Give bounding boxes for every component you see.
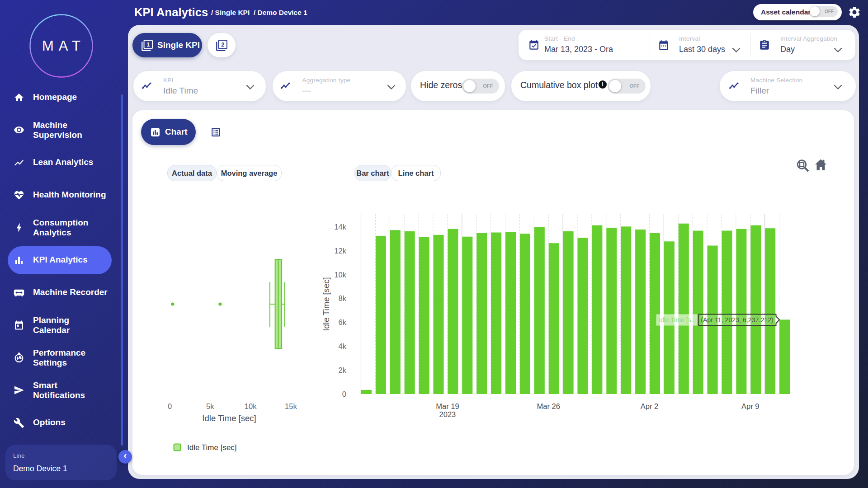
svg-text:Idle Time [s...: Idle Time [s... — [659, 316, 696, 324]
svg-text:8k: 8k — [339, 294, 347, 302]
svg-text:0: 0 — [168, 402, 172, 410]
svg-text:Mar 26: Mar 26 — [537, 402, 560, 410]
svg-text:6k: 6k — [339, 318, 347, 326]
svg-text:(Apr 11, 2023, 6,237.212): (Apr 11, 2023, 6,237.212) — [701, 316, 774, 324]
svg-text:Apr 2: Apr 2 — [641, 402, 658, 410]
svg-text:15k: 15k — [285, 402, 297, 410]
svg-text:5k: 5k — [206, 402, 214, 410]
svg-text:10k: 10k — [334, 271, 346, 279]
svg-text:4k: 4k — [339, 342, 347, 350]
svg-text:Idle Time [sec]: Idle Time [sec] — [187, 443, 237, 452]
svg-text:Idle Time [sec]: Idle Time [sec] — [202, 413, 256, 423]
svg-text:0: 0 — [342, 390, 346, 398]
svg-text:10k: 10k — [245, 402, 257, 410]
svg-text:2k: 2k — [339, 366, 347, 374]
svg-text:12k: 12k — [334, 247, 346, 255]
svg-text:14k: 14k — [334, 223, 346, 231]
svg-text:2023: 2023 — [439, 410, 456, 418]
svg-text:Idle Time [sec]: Idle Time [sec] — [321, 277, 331, 331]
svg-text:Mar 19: Mar 19 — [436, 402, 459, 410]
svg-text:Apr 9: Apr 9 — [741, 402, 759, 410]
